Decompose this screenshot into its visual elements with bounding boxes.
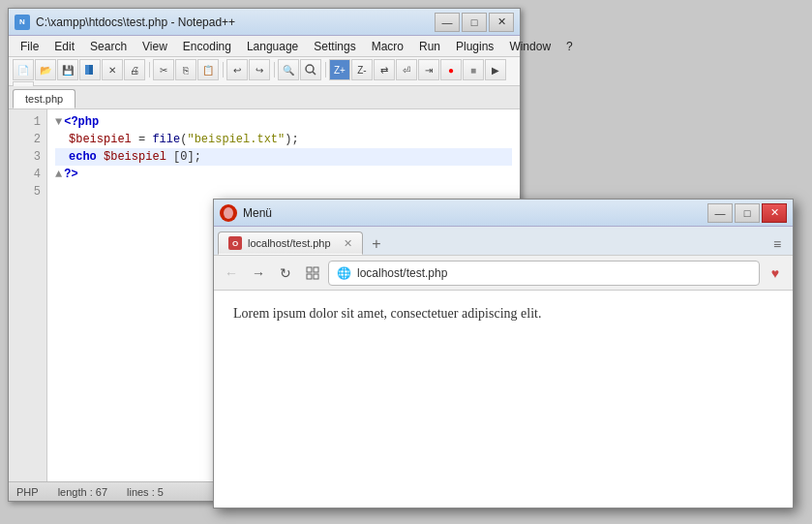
npp-close-btn[interactable]: ✕ [489,13,514,32]
line-num-1: 1 [9,113,46,131]
opera-inner [224,207,233,219]
array-access: [0]; [166,148,201,166]
tb-findnext[interactable] [300,59,321,80]
code-line-1: ▼ <?php [55,113,512,131]
tb-sep2 [220,59,226,80]
npp-minimize-btn[interactable]: — [435,13,460,32]
page-text: Lorem ipsum dolor sit amet, consectetuer… [233,306,773,322]
browser-tab-active[interactable]: O localhost/test.php ✕ [218,231,363,255]
tb-macro-stop[interactable]: ■ [463,59,484,80]
line-numbers: 1 2 3 4 5 [9,109,47,481]
paren-close: ) [285,131,291,148]
browser-controls: — □ ✕ [707,203,787,223]
menu-view[interactable]: View [135,38,175,55]
npp-titlebar: N C:\xampp\htdocs\test.php - Notepad++ —… [9,9,520,36]
tb-wordwrap[interactable]: ⏎ [396,59,417,80]
paren-open: ( [180,131,187,148]
tb-cut[interactable]: ✂ [153,59,174,80]
tb-close[interactable]: ✕ [102,59,123,80]
func-file: file [152,131,180,148]
new-tab-btn[interactable]: + [365,233,388,255]
nav-heart-btn[interactable]: ♥ [764,262,787,285]
tb-new[interactable]: 📄 [13,59,34,80]
menu-search[interactable]: Search [82,38,135,55]
tb-indent[interactable]: ⇥ [418,59,439,80]
npp-toolbar: 📄 📂 💾 ✕ 🖨 ✂ ⎘ 📋 ↩ ↪ 🔍 Z+ Z- ⇄ ⏎ ⇥ ● ■ ▶ … [9,57,520,86]
tb-copy[interactable]: ⎘ [175,59,196,80]
npp-menubar: File Edit Search View Encoding Language … [9,36,520,57]
tb-save[interactable]: 💾 [57,59,78,80]
keyword-echo: echo [69,148,97,166]
address-text: localhost/test.php [357,266,751,280]
fold-icon-1[interactable]: ▼ [55,113,62,131]
menu-macro[interactable]: Macro [364,38,411,55]
browser-maximize-btn[interactable]: □ [735,203,760,223]
tab-test-php[interactable]: test.php [13,89,75,108]
menu-plugins[interactable]: Plugins [448,38,501,55]
tb-macro-rec[interactable]: ● [440,59,462,80]
nav-forward-btn[interactable]: → [247,262,270,285]
npp-title: C:\xampp\htdocs\test.php - Notepad++ [36,15,435,29]
php-close-tag: ?> [64,166,77,183]
status-lines: lines : 5 [127,486,164,498]
status-length: length : 67 [58,486,107,498]
svg-rect-5 [314,267,318,272]
tb-sync[interactable]: ⇄ [374,59,395,80]
code-line-3: echo $beispiel [0]; [55,148,512,166]
nav-grid-btn[interactable] [301,262,324,285]
svg-rect-7 [314,274,318,279]
var-beispiel-2: $beispiel [104,148,166,166]
tb-zoom-in[interactable]: Z+ [329,59,350,80]
tb-find[interactable]: 🔍 [278,59,299,80]
npp-maximize-btn[interactable]: □ [462,13,487,32]
browser-tab-bar: O localhost/test.php ✕ + ≡ [214,227,793,256]
tab-favicon: O [228,236,242,250]
browser-title: Menü [243,206,707,220]
status-filetype: PHP [16,486,39,498]
npp-tab-bar: test.php [9,86,520,109]
tb-paste[interactable]: 📋 [197,59,219,80]
menu-window[interactable]: Window [501,38,558,55]
menu-help[interactable]: ? [558,38,581,55]
menu-settings[interactable]: Settings [306,38,363,55]
opera-circle [220,204,237,222]
line-num-3: 3 [9,148,46,166]
globe-icon: 🌐 [337,266,351,280]
address-bar[interactable]: 🌐 localhost/test.php [328,261,760,286]
tb-saveall[interactable] [79,59,101,80]
browser-window: Menü — □ ✕ O localhost/test.php ✕ + ≡ ← … [213,199,794,509]
fold-icon-4[interactable]: ▲ [55,166,62,183]
menu-run[interactable]: Run [411,38,448,55]
nav-refresh-btn[interactable]: ↻ [274,262,297,285]
tb-macro-play[interactable]: ▶ [485,59,506,80]
code-line-2: $beispiel = file ( "beispiel.txt" ) ; [55,131,512,148]
browser-minimize-btn[interactable]: — [707,203,733,223]
opera-logo-icon [220,204,237,222]
menu-encoding[interactable]: Encoding [175,38,239,55]
tb-redo[interactable]: ↪ [249,59,270,80]
tab-menu-btn[interactable]: ≡ [766,233,789,255]
tb-open[interactable]: 📂 [35,59,56,80]
semicolon-1: ; [291,131,298,148]
browser-close-btn[interactable]: ✕ [762,203,787,223]
svg-rect-1 [89,65,93,75]
tb-sep1 [146,59,152,80]
line-num-5: 5 [9,183,46,200]
tb-undo[interactable]: ↩ [226,59,248,80]
tb-zoom-out[interactable]: Z- [351,59,373,80]
tb-sep3 [271,59,277,80]
svg-point-2 [306,65,314,73]
menu-file[interactable]: File [13,38,46,55]
code-line-4: ▲ ?> [55,166,512,183]
browser-titlebar: Menü — □ ✕ [214,200,793,227]
menu-edit[interactable]: Edit [46,38,82,55]
browser-tab-label: localhost/test.php [248,237,331,249]
svg-rect-6 [307,274,312,279]
browser-content: Lorem ipsum dolor sit amet, consectetuer… [214,291,793,508]
tb-print[interactable]: 🖨 [124,59,145,80]
svg-rect-0 [85,65,89,75]
menu-language[interactable]: Language [239,38,306,55]
browser-tab-close-icon[interactable]: ✕ [344,237,352,250]
nav-back-btn[interactable]: ← [220,262,243,285]
tab-label: test.php [25,93,63,105]
